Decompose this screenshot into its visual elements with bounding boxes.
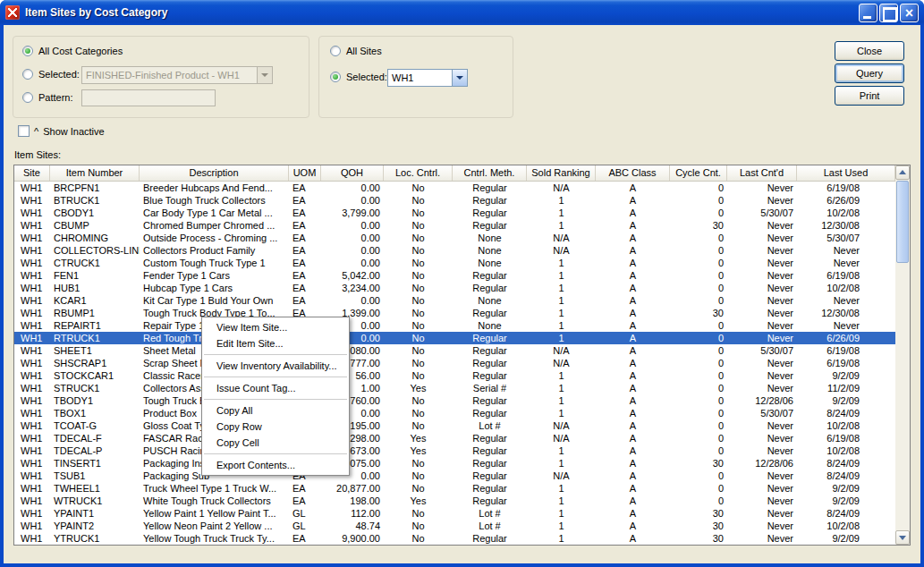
table-row[interactable]: WH1 CHROMING Outside Process - Chroming … [14, 232, 895, 244]
context-menu-item[interactable]: Copy Row [202, 419, 349, 435]
print-button[interactable]: Print [835, 86, 904, 106]
query-button[interactable]: Query [835, 63, 904, 83]
table-row[interactable]: WH1 CBODY1 Car Body Type 1 Car Metal ...… [14, 207, 895, 219]
table-row[interactable]: WH1 SHEET1 Sheet Metal EA 1,080.00 No Re… [14, 344, 895, 357]
scroll-down-icon[interactable] [895, 530, 910, 545]
title-bar[interactable]: Item Sites by Cost Category [0, 0, 924, 25]
column-header[interactable]: QOH [321, 165, 384, 181]
context-menu-item[interactable]: Copy All [202, 402, 349, 419]
table-row[interactable]: WH1 STRUCK1 Collectors Asst Truck EA 1.0… [14, 382, 895, 394]
cell-sold-ranking: 1 [527, 294, 596, 307]
column-header[interactable]: Last Used [797, 165, 895, 181]
maximize-icon[interactable] [879, 4, 898, 22]
cell-cntrl-meth: Regular [453, 219, 527, 232]
chevron-down-icon[interactable] [452, 70, 467, 86]
context-menu-item[interactable]: Issue Count Tag... [202, 380, 349, 396]
context-menu-item[interactable]: Edit Item Site... [202, 335, 349, 351]
show-inactive-checkbox[interactable] [18, 125, 30, 137]
column-header[interactable]: ABC Class [596, 165, 670, 181]
cell-cycle-cnt: 0 [670, 407, 727, 419]
all-cost-categories-label: All Cost Categories [38, 46, 123, 56]
radio-cost-category-selected[interactable]: Selected: [22, 69, 80, 80]
context-menu-item[interactable]: View Item Site... [202, 319, 349, 335]
column-header[interactable]: Cntrl. Meth. [453, 165, 527, 181]
site-select[interactable]: WH1 [387, 69, 468, 87]
radio-sites-selected[interactable]: Selected: [330, 72, 387, 82]
cell-cycle-cnt: 0 [670, 269, 727, 282]
table-row[interactable]: WH1 RBUMP1 Tough Truck Body Type 1 To...… [14, 307, 895, 319]
table-row[interactable]: WH1 TBODY1 Tough Truck Body Type 1 EA 7,… [14, 394, 895, 407]
table-row[interactable]: WH1 TDECAL-F FASCAR Racing Decals EA 9,2… [14, 432, 895, 444]
cell-last-cntd: Never [727, 444, 797, 457]
table-row[interactable]: WH1 YPAINT2 Yellow Neon Paint 2 Yellow .… [14, 520, 895, 532]
table-row[interactable]: WH1 HUB1 Hubcap Type 1 Cars EA 3,234.00 … [14, 282, 895, 294]
table-row[interactable]: WH1 FEN1 Fender Type 1 Cars EA 5,042.00 … [14, 269, 895, 282]
table-row[interactable]: WH1 REPAIRT1 Repair Type 1 Truck EA 0.00… [14, 319, 895, 332]
table-row[interactable]: WH1 SHSCRAP1 Scrap Sheet Metal EA 8,777.… [14, 357, 895, 369]
table-row[interactable]: WH1 YTRUCK1 Yellow Tough Truck Truck Ty.… [14, 532, 895, 545]
column-header[interactable]: Item Number [50, 165, 140, 181]
table-row[interactable]: WH1 TBOX1 Product Box EA 0.00 No Regular… [14, 407, 895, 419]
radio-icon[interactable] [22, 46, 33, 56]
column-header[interactable]: Site [14, 165, 50, 181]
table-row[interactable]: WH1 TINSERT1 Packaging Insert EA 10,075.… [14, 457, 895, 470]
cell-last-used: 6/19/08 [797, 432, 895, 444]
cell-site: WH1 [14, 219, 50, 232]
cell-loc-cntrl: No [384, 194, 453, 207]
radio-all-sites[interactable]: All Sites [330, 46, 382, 56]
context-menu-item[interactable]: View Inventory Availability... [202, 358, 349, 374]
cell-uom: EA [289, 219, 321, 232]
cell-item-number: HUB1 [50, 282, 140, 294]
table-row[interactable]: WH1 WTRUCK1 White Tough Truck Collectors… [14, 495, 895, 507]
cell-cycle-cnt: 0 [670, 244, 727, 257]
table-row[interactable]: WH1 TCOAT-G Gloss Coat Type 1 EA 195.00 … [14, 419, 895, 432]
show-inactive-row[interactable]: Show Inactive [18, 125, 105, 137]
radio-icon[interactable] [22, 69, 33, 80]
close-icon[interactable] [900, 4, 919, 22]
cell-cycle-cnt: 0 [670, 257, 727, 269]
minimize-icon[interactable] [859, 4, 877, 22]
close-button[interactable]: Close [835, 41, 904, 61]
cell-uom: EA [289, 244, 321, 257]
table-row[interactable]: WH1 COLLECTORS-LINE Collectors Product F… [14, 244, 895, 257]
table-row[interactable]: WH1 CBUMP Chromed Bumper Chromed ... EA … [14, 219, 895, 232]
cell-abc-class: A [596, 470, 670, 482]
radio-icon[interactable] [22, 92, 33, 103]
cell-last-used: 6/19/08 [797, 344, 895, 357]
radio-cost-category-pattern[interactable]: Pattern: [22, 92, 73, 103]
cell-cntrl-meth: Regular [453, 307, 527, 319]
cell-description: Custom Tough Truck Type 1 [140, 257, 289, 269]
vertical-scrollbar[interactable] [895, 165, 910, 545]
context-menu-item[interactable]: Copy Cell [202, 435, 349, 451]
column-header[interactable]: Last Cnt'd [727, 165, 797, 181]
scroll-up-icon[interactable] [895, 165, 910, 180]
table-row[interactable]: WH1 STOCKCAR1 Classic Racer EA 56.00 No … [14, 369, 895, 382]
table-row[interactable]: WH1 TWHEEL1 Truck Wheel Type 1 Truck W..… [14, 482, 895, 495]
column-header[interactable]: UOM [289, 165, 321, 181]
table-row[interactable]: WH1 BRCPFN1 Breeder Hubcaps And Fend... … [14, 182, 895, 194]
cell-site: WH1 [14, 357, 50, 369]
cell-item-number: TBODY1 [50, 394, 140, 407]
scrollbar-thumb[interactable] [896, 181, 909, 263]
table-row[interactable]: WH1 YPAINT1 Yellow Paint 1 Yellow Paint … [14, 507, 895, 520]
radio-icon[interactable] [330, 72, 341, 82]
cell-cntrl-meth: Regular [453, 394, 527, 407]
table-row[interactable]: WH1 BTRUCK1 Blue Tough Truck Collectors … [14, 194, 895, 207]
column-header[interactable]: Loc. Cntrl. [384, 165, 453, 181]
cell-cntrl-meth: Regular [453, 444, 527, 457]
table-row[interactable]: WH1 RTRUCK1 Red Tough Truck Collectors E… [14, 332, 895, 344]
table-row[interactable]: WH1 TDECAL-P PUSCH Racing Decals EA 7,67… [14, 444, 895, 457]
column-header[interactable]: Sold Ranking [527, 165, 596, 181]
cell-loc-cntrl: No [384, 532, 453, 545]
context-menu-item[interactable]: Export Contents... [202, 457, 349, 473]
cell-last-cntd: Never [727, 194, 797, 207]
radio-icon[interactable] [330, 46, 341, 56]
cell-cycle-cnt: 30 [670, 307, 727, 319]
table-row[interactable]: WH1 TSUB1 Packaging Sub EA 0.00 No Regul… [14, 470, 895, 482]
column-header[interactable]: Description [140, 165, 289, 181]
table-row[interactable]: WH1 KCAR1 Kit Car Type 1 Buld Your Own E… [14, 294, 895, 307]
radio-all-cost-categories[interactable]: All Cost Categories [22, 46, 123, 56]
cell-last-cntd: Never [727, 319, 797, 332]
table-row[interactable]: WH1 CTRUCK1 Custom Tough Truck Type 1 EA… [14, 257, 895, 269]
column-header[interactable]: Cycle Cnt. [670, 165, 727, 181]
